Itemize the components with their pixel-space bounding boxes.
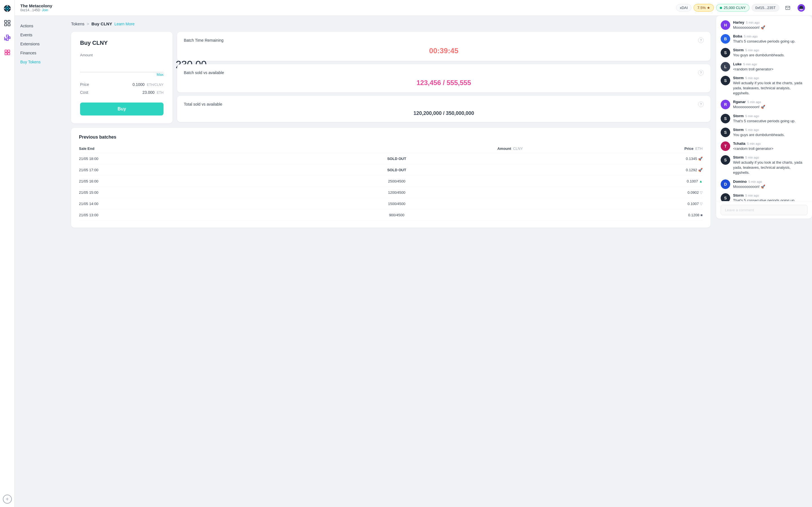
batch-price: 0.0902 ▽ xyxy=(523,187,703,198)
previous-batches-card: Previous batches Sale End Amount CLNY Pr… xyxy=(71,128,711,228)
chat-text: <random troll generator> xyxy=(733,146,773,151)
apy-value: 7.5% xyxy=(697,6,706,10)
join-link[interactable]: Join xyxy=(42,8,48,12)
total-sold-card: Total sold vs available ? 120,200,000 / … xyxy=(177,96,711,122)
batch-sold-header: Batch sold vs available ? xyxy=(184,70,704,75)
apy-pill[interactable]: 7.5% ★ xyxy=(694,4,714,11)
wallet-pill[interactable]: 0xf15...235T xyxy=(752,4,779,11)
svg-rect-13 xyxy=(5,53,7,55)
batch-amount: 900/4500 xyxy=(271,210,523,221)
chat-message: RRganar5 min agoMoooooooooon! 🚀 xyxy=(721,100,808,110)
chat-message: HHarley5 min agoMoooooooooon! 🚀 xyxy=(721,20,808,30)
apy-star: ★ xyxy=(707,6,710,10)
chat-text: Well actually if you look at the charts,… xyxy=(733,160,808,175)
chat-text: Moooooooooon! 🚀 xyxy=(733,25,765,30)
chat-text: <random troll generator> xyxy=(733,67,773,72)
batch-price: 0.1208 ■ xyxy=(523,210,703,221)
batch-sold-card: Batch sold vs available ? 123,456 / 555,… xyxy=(177,64,711,93)
left-nav: Actions Events Extensions Finances Buy T… xyxy=(15,16,65,507)
col-sale-end: Sale End xyxy=(79,144,271,153)
profile-button[interactable] xyxy=(796,3,806,13)
main-content: Tokens > Buy CLNY Learn More Buy CLNY Am… xyxy=(65,16,716,507)
wallet-address-text: 0xz14...145D xyxy=(20,8,40,12)
batches-title: Previous batches xyxy=(79,135,703,140)
svg-point-6 xyxy=(9,8,10,9)
total-sold-help[interactable]: ? xyxy=(698,101,704,107)
buy-button[interactable]: Buy xyxy=(80,103,163,115)
chat-avatar: S xyxy=(721,193,730,201)
chat-username: Storm xyxy=(733,128,744,132)
svg-rect-7 xyxy=(4,20,7,22)
chat-avatar: S xyxy=(721,48,730,57)
batch-sale-end: 21/05 17:00 xyxy=(79,165,271,176)
batches-table: Sale End Amount CLNY Price ETH xyxy=(79,144,703,221)
batch-sale-end: 21/05 13:00 xyxy=(79,210,271,221)
nav-item-finances[interactable]: Finances xyxy=(19,48,61,57)
col-amount: Amount CLNY xyxy=(271,144,523,153)
chat-text: Moooooooooon! 🚀 xyxy=(733,184,765,189)
sidebar-puzzle-icon[interactable] xyxy=(2,33,12,43)
chat-text: That's 5 consecutive periods going up. xyxy=(733,198,795,201)
chat-username: Storm xyxy=(733,155,744,159)
chat-message: LLuke5 min ago<random troll generator> xyxy=(721,62,808,72)
batch-timer-card: Batch Time Remaining ? 00:39:45 xyxy=(177,32,711,61)
col-price: Price ETH xyxy=(523,144,703,153)
total-sold-header: Total sold vs available ? xyxy=(184,101,704,107)
breadcrumb-separator: > xyxy=(87,21,89,26)
chat-timestamp: 5 min ago xyxy=(744,35,758,38)
chat-message: SStorm5 min agoThat's 5 consecutive peri… xyxy=(721,193,808,201)
chat-timestamp: 5 min ago xyxy=(746,21,760,24)
svg-point-5 xyxy=(4,8,5,9)
batch-sold-help[interactable]: ? xyxy=(698,70,704,75)
chat-timestamp: 5 min ago xyxy=(746,128,759,131)
chat-avatar: D xyxy=(721,179,730,189)
chat-message: BBoba5 min agoThat's 5 consecutive perio… xyxy=(721,34,808,44)
batch-price: 0.1007 ▲ xyxy=(523,176,703,187)
chat-timestamp: 5 min ago xyxy=(746,156,759,159)
chat-timestamp: 5 min ago xyxy=(746,76,759,80)
nav-item-extensions[interactable]: Extensions xyxy=(19,40,61,48)
clny-balance-pill[interactable]: 25,000 CLNY xyxy=(716,4,749,11)
chat-username: Boba xyxy=(733,34,742,38)
sidebar-token-icon[interactable] xyxy=(2,47,12,57)
learn-more-link[interactable]: Learn More xyxy=(114,22,135,26)
chat-input[interactable] xyxy=(721,205,808,215)
batch-timer-header: Batch Time Remaining ? xyxy=(184,38,704,43)
max-link[interactable]: Max xyxy=(80,72,163,76)
nav-item-buy-tokens[interactable]: Buy Tokens xyxy=(19,57,61,66)
xdai-pill[interactable]: xDAI xyxy=(676,4,691,11)
cost-label: Cost xyxy=(80,90,88,95)
sidebar-grid-icon[interactable] xyxy=(2,18,12,28)
svg-point-4 xyxy=(7,10,8,11)
chat-text: That's 5 consecutive periods going up. xyxy=(733,119,795,124)
sidebar-add-button[interactable]: + xyxy=(3,495,12,504)
chat-timestamp: 5 min ago xyxy=(748,100,761,104)
chat-panel: HHarley5 min agoMoooooooooon! 🚀BBoba5 mi… xyxy=(716,16,812,219)
chat-input-area xyxy=(716,201,812,219)
svg-point-3 xyxy=(7,5,8,6)
svg-rect-19 xyxy=(799,8,804,9)
chat-message: SStorm5 min agoWell actually if you look… xyxy=(721,76,808,96)
cost-value: 23.000 ETH xyxy=(142,90,163,95)
batch-timer-help[interactable]: ? xyxy=(698,38,704,43)
topbar: The Metacolony 0xz14...145D Join xDAI 7.… xyxy=(15,0,812,16)
main-wrapper: The Metacolony 0xz14...145D Join xDAI 7.… xyxy=(15,0,812,507)
batch-amount: 1500/4500 xyxy=(271,198,523,210)
svg-rect-10 xyxy=(8,24,10,26)
sidebar-logo[interactable] xyxy=(2,3,12,13)
breadcrumb-tokens[interactable]: Tokens xyxy=(71,21,85,26)
nav-item-actions[interactable]: Actions xyxy=(19,21,61,31)
table-row: 21/05 17:00SOLD OUT0.1292 🚀 xyxy=(79,165,703,176)
chat-username: Storm xyxy=(733,193,744,198)
chat-message: DDomino5 min agoMoooooooooon! 🚀 xyxy=(721,179,808,189)
svg-rect-8 xyxy=(8,20,10,22)
batch-timer-title: Batch Time Remaining xyxy=(184,38,223,43)
chat-username: Luke xyxy=(733,62,742,66)
nav-item-events[interactable]: Events xyxy=(19,31,61,40)
table-row: 21/05 16:002500/45000.1007 ▲ xyxy=(79,176,703,187)
mail-button[interactable] xyxy=(783,3,793,13)
chat-username: Rganar xyxy=(733,100,746,104)
batch-sold-title: Batch sold vs available xyxy=(184,70,224,75)
chat-avatar: B xyxy=(721,34,730,44)
batch-sold-value: 123,456 / 555,555 xyxy=(184,79,704,87)
